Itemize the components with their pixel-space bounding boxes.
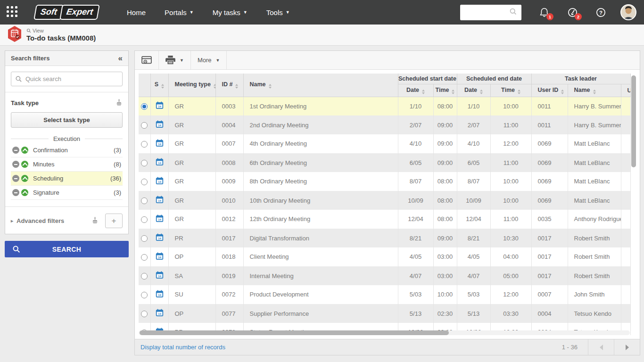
- notifications-bell-icon[interactable]: 1: [538, 6, 550, 18]
- task-filter-item[interactable]: Signature (3): [11, 186, 123, 200]
- row-radio-button[interactable]: [141, 122, 148, 129]
- nav-menu-item[interactable]: Portals ▼: [155, 0, 203, 25]
- exclude-filter-icon[interactable]: [12, 147, 19, 154]
- exclude-filter-icon[interactable]: [12, 175, 19, 182]
- cell-end-time: 10:30: [490, 229, 531, 247]
- scheduling-calendar-icon: 14: [156, 290, 164, 298]
- col-header-meeting-type[interactable]: Meeting type: [168, 74, 215, 97]
- col-header-user-id[interactable]: User ID: [531, 84, 568, 97]
- svg-text:14: 14: [158, 199, 161, 202]
- cell-cut: [621, 115, 630, 134]
- cell-meeting-type: GR: [168, 115, 215, 134]
- table-row[interactable]: 14 OP 0018 Client Meeting 4/05 03:00 4/0…: [139, 247, 630, 266]
- cell-id: 0019: [215, 266, 243, 285]
- print-button[interactable]: ▼: [159, 51, 191, 69]
- table-row[interactable]: 14 OP 0077 Supplier Performance 5/13 02:…: [139, 304, 630, 323]
- help-icon[interactable]: ?: [595, 6, 606, 18]
- cell-name: Internal Meeting: [243, 266, 398, 285]
- table-row[interactable]: 14 GR 0004 2nd Ordinary Meeting 2/07 09:…: [139, 115, 630, 134]
- col-header-id[interactable]: ID #: [215, 74, 243, 97]
- chevron-down-icon: ▼: [243, 10, 248, 15]
- col-header-leader-name[interactable]: Name: [568, 84, 621, 97]
- row-radio-button[interactable]: [141, 103, 148, 110]
- table-row[interactable]: 14 GR 0009 8th Ordinary Meeting 8/07 08:…: [139, 172, 630, 191]
- row-radio-button[interactable]: [141, 141, 148, 148]
- svg-text:14: 14: [158, 293, 161, 296]
- display-total-records-link[interactable]: Display total number of records: [140, 344, 225, 351]
- row-radio-button[interactable]: [141, 254, 148, 261]
- col-header-end-date[interactable]: Date: [457, 84, 490, 97]
- global-search-box[interactable]: [460, 5, 521, 20]
- cell-start-date: 8/07: [398, 172, 433, 191]
- row-radio-button[interactable]: [141, 216, 148, 223]
- row-radio-button[interactable]: [141, 179, 148, 185]
- table-row[interactable]: 14 GR 0007 4th Ordinary Meeting 4/10 09:…: [139, 134, 630, 153]
- svg-text:14: 14: [158, 180, 161, 183]
- col-header-start-date[interactable]: Date: [398, 84, 433, 97]
- softexpert-logo[interactable]: Soft Expert: [33, 5, 100, 20]
- table-row[interactable]: 14 GR 0010 10th Ordinary Meeting 10/09 0…: [139, 191, 630, 210]
- filter-item-count: (36): [110, 175, 121, 182]
- col-header-name[interactable]: Name: [243, 74, 398, 97]
- quick-search-input[interactable]: [25, 75, 118, 82]
- cell-cut: [621, 285, 630, 304]
- select-task-type-button[interactable]: Select task type: [11, 112, 123, 128]
- global-search-input[interactable]: [464, 9, 509, 16]
- horizontal-scrollbar[interactable]: [139, 330, 630, 335]
- task-filter-item[interactable]: Scheduling (36): [11, 172, 123, 186]
- clear-task-type-icon[interactable]: [116, 99, 123, 107]
- previous-page-button[interactable]: [588, 339, 614, 355]
- tasks-table: S Meeting type ID # Name Scheduled start…: [139, 74, 631, 335]
- table-row[interactable]: 14 SU 0072 Product Development 5/03 10:0…: [139, 285, 630, 304]
- filter-item-label: Minutes: [33, 161, 55, 168]
- view-record-data-button[interactable]: [135, 51, 159, 69]
- table-row[interactable]: 14 GR 0003 1st Ordinary Meeting 1/10 08:…: [139, 97, 630, 115]
- search-button[interactable]: SEARCH: [5, 241, 129, 257]
- row-radio-button[interactable]: [141, 273, 148, 280]
- quick-search-box[interactable]: [11, 72, 123, 86]
- exclude-filter-icon[interactable]: [12, 161, 19, 168]
- cell-cut: [621, 134, 630, 153]
- task-filter-item[interactable]: Confirmation (3): [11, 143, 123, 157]
- table-row[interactable]: 14 SA 0019 Internal Meeting 4/07 03:00 4…: [139, 266, 630, 285]
- table-row[interactable]: 14 GR 0012 12th Ordinary Meeting 12/04 0…: [139, 210, 630, 229]
- advanced-filters-toggle[interactable]: ▸ Advanced filters: [11, 217, 64, 224]
- include-filter-icon[interactable]: [21, 161, 28, 168]
- cell-end-time: 12:00: [490, 285, 531, 304]
- user-avatar[interactable]: [620, 4, 636, 20]
- tasks-table-body: 14 GR 0003 1st Ordinary Meeting 1/10 08:…: [139, 97, 630, 335]
- chevron-down-icon: ▼: [190, 10, 194, 15]
- include-filter-icon[interactable]: [21, 189, 28, 196]
- cell-user-id: 0017: [531, 229, 568, 247]
- row-radio-button[interactable]: [141, 197, 148, 204]
- table-row[interactable]: 14 GR 0008 6th Ordinary Meeting 6/05 09:…: [139, 153, 630, 172]
- row-radio-button[interactable]: [141, 292, 148, 298]
- add-filter-button[interactable]: +: [105, 214, 123, 228]
- include-filter-icon[interactable]: [21, 147, 28, 154]
- clear-advanced-filters-icon[interactable]: [91, 216, 99, 226]
- nav-menu-item[interactable]: My tasks ▼: [203, 0, 257, 25]
- row-radio-button[interactable]: [141, 311, 148, 317]
- pending-tasks-gauge-icon[interactable]: 2: [567, 6, 578, 18]
- cell-end-time: 10:00: [490, 97, 531, 115]
- col-header-status[interactable]: S: [150, 74, 168, 97]
- table-row[interactable]: 14 PR 0017 Digital Transformation 8/21 0…: [139, 229, 630, 247]
- nav-menu-item[interactable]: Tools ▼: [257, 0, 299, 25]
- collapse-sidebar-icon[interactable]: «: [118, 54, 123, 62]
- next-page-button[interactable]: [614, 339, 640, 355]
- apps-grid-icon[interactable]: [7, 6, 19, 18]
- row-radio-button[interactable]: [141, 160, 148, 166]
- include-filter-icon[interactable]: [21, 175, 28, 182]
- vertical-scrollbar[interactable]: [631, 74, 636, 329]
- todo-tasks-app-icon: [8, 26, 22, 44]
- col-header-end-time[interactable]: Time: [490, 84, 531, 97]
- cell-start-date: 12/04: [398, 210, 433, 229]
- task-filter-item[interactable]: Minutes (8): [11, 157, 123, 172]
- exclude-filter-icon[interactable]: [12, 189, 19, 196]
- row-radio-button[interactable]: [141, 235, 148, 242]
- more-button[interactable]: More ▼: [191, 51, 227, 69]
- nav-menu-item[interactable]: Home: [117, 0, 155, 25]
- vertical-scrollbar-thumb[interactable]: [631, 75, 636, 167]
- col-header-start-time[interactable]: Time: [433, 84, 457, 97]
- horizontal-scrollbar-thumb[interactable]: [140, 330, 449, 335]
